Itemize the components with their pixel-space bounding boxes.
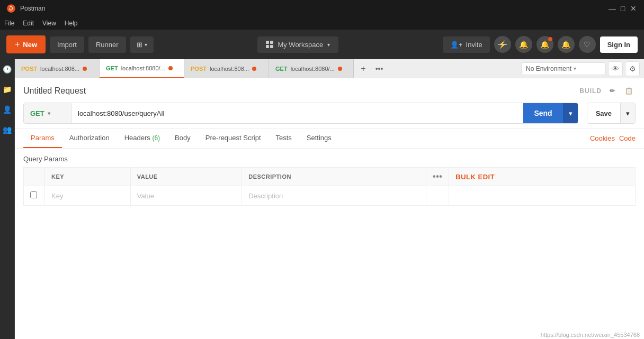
toolbar-right: 👤+ Invite ⚡ 🔔 🔔 🔔 ♡ Sign In bbox=[443, 36, 638, 53]
request-title-row: Untitled Request BUILD ✏ 📋 bbox=[23, 85, 636, 97]
url-row: GET ▾ Send ▾ Save ▾ bbox=[23, 103, 636, 124]
tab-0[interactable]: POST localhost:808... bbox=[15, 59, 100, 78]
tab-params[interactable]: Params bbox=[23, 129, 62, 148]
cookies-link[interactable]: Cookies bbox=[590, 134, 615, 142]
tab-pre-request-script[interactable]: Pre-request Script bbox=[198, 129, 269, 148]
save-dropdown-button[interactable]: ▾ bbox=[620, 103, 635, 123]
bell-icon[interactable]: 🔔 bbox=[558, 36, 575, 53]
maximize-button[interactable]: □ bbox=[619, 4, 627, 13]
footer: https://blog.csdn.net/weixin_45534768 bbox=[536, 331, 644, 339]
tab-dot-3 bbox=[338, 67, 342, 71]
bulk-edit-button[interactable]: Bulk Edit bbox=[455, 173, 499, 181]
invite-icon: 👤+ bbox=[450, 41, 463, 49]
runner-button[interactable]: Runner bbox=[88, 36, 126, 53]
menu-view[interactable]: View bbox=[42, 20, 56, 27]
eye-icon: 👁 bbox=[612, 65, 619, 73]
eye-button[interactable]: 👁 bbox=[608, 61, 623, 76]
environment-selector[interactable]: No Environment ▾ bbox=[521, 62, 606, 75]
new-button[interactable]: + New bbox=[6, 35, 46, 53]
headers-count: (6) bbox=[152, 134, 160, 142]
copy-button[interactable]: 📋 bbox=[623, 85, 636, 97]
invite-button[interactable]: 👤+ Invite bbox=[443, 36, 490, 53]
request-title: Untitled Request bbox=[23, 86, 86, 96]
sidebar-collections-icon[interactable]: 📁 bbox=[2, 84, 13, 95]
build-label: BUILD bbox=[579, 87, 602, 95]
method-selector[interactable]: GET ▾ bbox=[24, 103, 71, 123]
interceptor-icon[interactable]: ⚡ bbox=[494, 36, 511, 53]
menu-edit[interactable]: Edit bbox=[23, 20, 34, 27]
workspace-label: My Workspace bbox=[278, 41, 323, 49]
footer-url: https://blog.csdn.net/weixin_45534768 bbox=[541, 332, 640, 338]
save-btn-group: Save ▾ bbox=[587, 103, 636, 124]
save-button[interactable]: Save bbox=[587, 103, 620, 123]
tabs-actions: + ••• bbox=[354, 62, 389, 75]
method-value: GET bbox=[30, 109, 44, 117]
row-checkbox[interactable] bbox=[24, 186, 45, 206]
add-tab-button[interactable]: + bbox=[357, 62, 370, 75]
description-placeholder: Description bbox=[248, 192, 283, 200]
tabs-right: No Environment ▾ 👁 ⚙ bbox=[521, 61, 644, 76]
build-section: BUILD ✏ 📋 bbox=[579, 85, 636, 97]
plus-icon: + bbox=[15, 40, 20, 49]
tab-body[interactable]: Body bbox=[167, 129, 198, 148]
tab-tests[interactable]: Tests bbox=[269, 129, 299, 148]
env-chevron-icon: ▾ bbox=[574, 66, 576, 71]
request-tabs: Params Authorization Headers (6) Body Pr… bbox=[15, 129, 644, 149]
description-column-header: DESCRIPTION bbox=[242, 168, 426, 186]
env-settings-button[interactable]: ⚙ bbox=[625, 61, 640, 76]
sync-icon[interactable]: 🔔 bbox=[515, 36, 532, 53]
code-link[interactable]: Code bbox=[619, 134, 636, 142]
sidebar-environments-icon[interactable]: 👥 bbox=[2, 124, 13, 135]
send-button[interactable]: Send bbox=[523, 103, 562, 123]
workspace-grid-icon bbox=[266, 41, 273, 48]
params-table: KEY VALUE DESCRIPTION ••• Bulk Edit bbox=[23, 167, 636, 206]
edit-button[interactable]: ✏ bbox=[606, 85, 619, 97]
window-controls: — □ ✕ bbox=[608, 4, 638, 13]
actions-column-header: ••• bbox=[426, 168, 449, 186]
tab-3[interactable]: GET localhost:8080/... bbox=[269, 59, 354, 78]
heart-icon[interactable]: ♡ bbox=[579, 36, 596, 53]
tab-headers[interactable]: Headers (6) bbox=[117, 129, 167, 148]
import-button[interactable]: Import bbox=[50, 36, 84, 53]
query-params-title: Query Params bbox=[23, 155, 636, 163]
tab-2[interactable]: POST localhost:808... bbox=[184, 59, 269, 78]
tab-dot-2 bbox=[252, 67, 256, 71]
signin-button[interactable]: Sign In bbox=[600, 36, 638, 53]
three-dots-icon[interactable]: ••• bbox=[433, 172, 442, 181]
bulk-cell bbox=[449, 186, 636, 206]
sidebar-apis-icon[interactable]: 👤 bbox=[2, 104, 13, 115]
tab-url-2: localhost:808... bbox=[210, 66, 249, 72]
sidebar: 🕐 📁 👤 👥 bbox=[0, 59, 15, 339]
tab-authorization[interactable]: Authorization bbox=[62, 129, 117, 148]
postman-logo-icon bbox=[6, 4, 16, 13]
url-input[interactable] bbox=[71, 103, 523, 123]
minimize-button[interactable]: — bbox=[608, 4, 616, 13]
main-layout: 🕐 📁 👤 👥 POST localhost:808... GET localh… bbox=[0, 59, 644, 339]
notification-icon[interactable]: 🔔 bbox=[536, 36, 553, 53]
gear-icon: ⚙ bbox=[629, 65, 636, 73]
tab-settings[interactable]: Settings bbox=[299, 129, 339, 148]
tab-url-0: localhost:808... bbox=[40, 66, 79, 72]
menu-help[interactable]: Help bbox=[65, 20, 78, 27]
close-button[interactable]: ✕ bbox=[629, 4, 638, 13]
sidebar-history-icon[interactable]: 🕐 bbox=[2, 63, 13, 75]
workspace-button[interactable]: My Workspace ▾ bbox=[257, 36, 338, 53]
description-cell[interactable]: Description bbox=[242, 186, 426, 206]
tab-url-3: localhost:8080/... bbox=[291, 66, 335, 72]
value-cell[interactable]: Value bbox=[130, 186, 242, 206]
more-tabs-button[interactable]: ••• bbox=[373, 62, 386, 75]
send-dropdown-icon: ▾ bbox=[569, 109, 573, 117]
tabs-bar: POST localhost:808... GET localhost:8080… bbox=[15, 59, 644, 78]
req-tabs-right: Cookies Code bbox=[590, 134, 636, 142]
titlebar-left: Postman bbox=[6, 4, 45, 13]
send-dropdown-button[interactable]: ▾ bbox=[563, 103, 578, 123]
menu-file[interactable]: File bbox=[4, 20, 14, 27]
titlebar: Postman — □ ✕ bbox=[0, 0, 644, 17]
app-title: Postman bbox=[20, 5, 45, 12]
workspace-chevron-icon: ▾ bbox=[327, 42, 330, 48]
key-cell[interactable]: Key bbox=[45, 186, 131, 206]
new-tab-button[interactable]: ⊞ ▾ bbox=[130, 36, 154, 53]
tab-dot-0 bbox=[83, 67, 87, 71]
tab-1[interactable]: GET localhost:8080/... bbox=[100, 59, 184, 78]
bulk-edit-header: Bulk Edit bbox=[449, 168, 636, 186]
